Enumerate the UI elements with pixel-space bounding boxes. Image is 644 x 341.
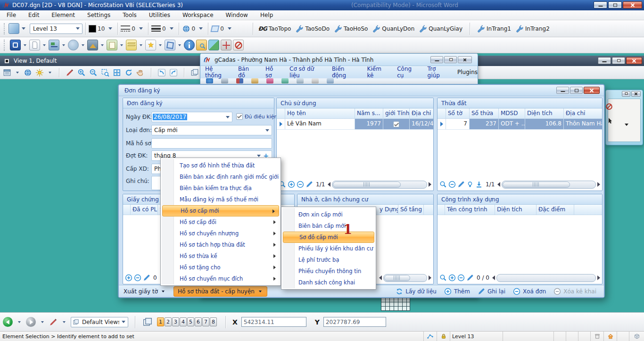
menu-edit[interactable]: Edit (28, 12, 39, 18)
menu-item-ho-so-tach-hop[interactable]: Hồ sơ tách hợp thửa đất (162, 239, 280, 250)
col-so-tang[interactable]: Số tầng (398, 205, 424, 215)
dialog-minimize-button[interactable] (556, 87, 569, 94)
col-nam-sinh[interactable]: Năm s... (355, 108, 383, 118)
search-icon[interactable] (439, 274, 447, 282)
loai-don-combo[interactable]: Cấp mới (151, 125, 272, 135)
gcadas-restore-button[interactable] (444, 56, 457, 63)
taotopo-button[interactable]: ĐG TaoTopo (256, 24, 294, 33)
chevron-down-icon[interactable] (122, 321, 125, 323)
transparency-icon[interactable] (211, 25, 220, 32)
submenu-item-don-xin-cap-moi[interactable]: Đơn xin cấp mới (282, 209, 375, 220)
delete-element-icon[interactable] (233, 40, 244, 50)
view-toggle-3[interactable]: 3 (172, 317, 179, 326)
view-toggle-8[interactable]: 8 (210, 317, 217, 326)
col-dia-chi[interactable]: Địa chỉ (410, 108, 433, 118)
menu-item-bien-ban-ranh-gioi[interactable]: Biên bản xác định ranh giới mốc giới (162, 171, 280, 183)
references-icon[interactable] (107, 40, 117, 50)
view-next-icon[interactable] (169, 68, 178, 77)
element-template-icon[interactable] (8, 23, 19, 34)
gcadas-menu-he-thong[interactable]: Hệ thống (205, 66, 228, 79)
raster-manager-icon[interactable] (49, 40, 59, 50)
chevron-down-icon[interactable] (82, 44, 84, 46)
gcadas-search-icon[interactable] (297, 78, 304, 83)
menu-item-bien-ban-thuc-dia[interactable]: Biên bản kiểm tra thực địa (162, 183, 280, 194)
menu-item-tao-so-do[interactable]: Tạo sơ đồ hình thể thửa đất (162, 160, 280, 171)
gcadas-menu-co-so-du-lieu[interactable]: Cơ sở dữ liệu (289, 66, 322, 79)
close-button[interactable] (623, 1, 642, 8)
xoa-don-button[interactable]: Xoá đơn (513, 288, 546, 295)
menu-item-mau-dang-ky-thue[interactable]: Mẫu đăng ký mã số thuế mới (162, 194, 280, 205)
accudraw-icon[interactable] (221, 40, 231, 50)
markup-brush-icon[interactable] (49, 318, 58, 326)
active-level-combo[interactable]: Level 13 (30, 24, 83, 34)
menu-tools[interactable]: Tools (123, 12, 137, 18)
gcadas-users-icon[interactable] (236, 78, 243, 83)
color-dropdown[interactable] (108, 27, 112, 30)
scroll-right-icon[interactable] (429, 275, 431, 280)
col-dien-tich[interactable]: Diện tích (495, 205, 537, 215)
add-icon[interactable] (125, 274, 132, 282)
project-explorer-icon[interactable] (165, 40, 175, 50)
view-toggle-2[interactable]: 2 (165, 317, 172, 326)
view-previous-icon[interactable] (157, 68, 166, 77)
ghi-lai-button[interactable]: Ghi lại (478, 288, 505, 295)
view-groups-icon[interactable] (142, 317, 153, 327)
view-restore-button[interactable] (612, 57, 625, 64)
add-icon[interactable] (288, 181, 295, 188)
chevron-down-icon[interactable] (24, 44, 26, 46)
chevron-down-icon[interactable] (76, 27, 80, 30)
remove-icon[interactable] (297, 181, 304, 188)
col-so-to[interactable]: Số tờ (446, 108, 470, 118)
toolbar-grip[interactable] (4, 23, 6, 34)
level-display-icon[interactable] (126, 40, 137, 50)
active-color-swatch[interactable] (89, 25, 96, 33)
xuat-giay-to-button[interactable]: Xuất giấy tờ (124, 288, 166, 295)
dialog-close-button[interactable] (584, 87, 600, 94)
row-selector[interactable] (277, 119, 285, 129)
scroll-left-icon[interactable] (328, 182, 330, 187)
ma-ho-so-field[interactable] (151, 138, 272, 149)
import-icon[interactable] (475, 181, 483, 188)
design-file-indicator[interactable] (603, 332, 617, 341)
chevron-down-icon[interactable] (41, 321, 44, 323)
col-ho-ten[interactable]: Họ tên (285, 108, 355, 118)
lay-du-lieu-button[interactable]: Lấy dữ liệu (396, 288, 437, 295)
chevron-down-icon[interactable] (178, 44, 181, 46)
col-dien-tich[interactable]: Diện tích (525, 108, 564, 118)
row-selector[interactable] (438, 119, 446, 129)
gcadas-menu-bien-dong[interactable]: Biến động (332, 66, 357, 79)
rotate-view-icon[interactable] (124, 68, 133, 77)
them-button[interactable]: Thêm (444, 288, 470, 295)
submenu-item-phieu-chuyen-thong-tin[interactable]: Phiếu chuyển thông tin (282, 266, 375, 277)
tool-settings-restore-button[interactable] (622, 91, 630, 97)
dialog-maximize-button[interactable] (570, 87, 583, 94)
chevron-down-icon[interactable] (120, 44, 123, 46)
view-toggle-7[interactable]: 7 (202, 317, 209, 326)
col-so-thua[interactable]: Số thửa (470, 108, 499, 118)
remove-icon[interactable] (448, 181, 456, 188)
menu-item-ho-so-cap-doi[interactable]: Hồ sơ cấp đổi (162, 216, 280, 228)
chevron-down-icon[interactable] (62, 44, 65, 46)
menu-element[interactable]: Element (51, 12, 75, 18)
chevron-down-icon[interactable] (265, 129, 269, 132)
minimize-button[interactable] (594, 1, 607, 8)
chu-su-dung-row[interactable]: Lê Văn Nam 1977 16/12/45 ngõ tình y (277, 119, 433, 130)
add-icon[interactable] (448, 274, 456, 282)
gcadas-menu-cong-cu[interactable]: Công cụ (397, 66, 417, 79)
scroll-left-icon[interactable] (497, 182, 500, 187)
thua-dat-scrollbar[interactable] (502, 181, 596, 189)
gcadas-menu-ban-do[interactable]: Bản đồ (238, 66, 256, 79)
gioi-tinh-checkbox[interactable] (393, 121, 399, 127)
edit-icon[interactable] (305, 181, 313, 188)
default-views-combo[interactable]: Default Views (71, 317, 128, 327)
pan-view-icon[interactable] (136, 68, 145, 77)
chevron-down-icon[interactable] (63, 321, 66, 323)
gcadas-menu-kiem-ke[interactable]: Kiểm kê (367, 66, 388, 79)
gcadas-menu-tro-giup[interactable]: Trợ giúp (428, 66, 447, 79)
menu-settings[interactable]: Settings (87, 12, 110, 18)
gcadas-menu-ho-so[interactable]: Hồ sơ (265, 66, 280, 79)
taohoso-button[interactable]: TaoHoSo (332, 24, 370, 34)
toolbar-grip[interactable] (4, 40, 6, 51)
element-class-icon[interactable] (182, 25, 190, 33)
edit-icon[interactable] (466, 274, 474, 282)
